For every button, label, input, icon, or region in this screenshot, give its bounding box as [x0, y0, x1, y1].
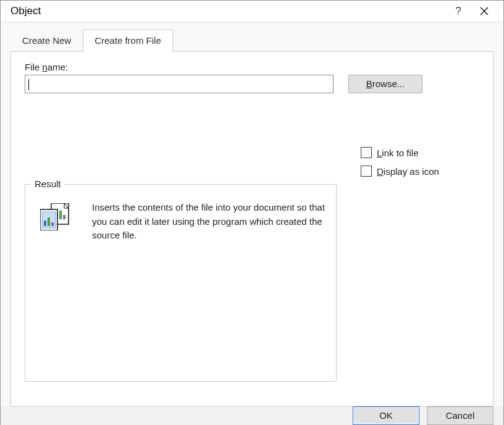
tab-strip: Create New Create from File — [10, 30, 494, 51]
object-dialog: Object ? Create New Create from File Fil… — [0, 0, 504, 425]
ok-button[interactable]: OK — [353, 406, 419, 425]
display-as-icon-label: Display as icon — [377, 166, 439, 177]
checkbox-box-icon — [361, 166, 372, 177]
svg-rect-5 — [59, 211, 62, 219]
svg-rect-6 — [63, 215, 65, 219]
cancel-button[interactable]: Cancel — [427, 406, 494, 425]
tab-create-new[interactable]: Create New — [10, 30, 83, 51]
dialog-body: Create New Create from File File name: B… — [1, 22, 503, 406]
file-name-input[interactable] — [25, 75, 334, 93]
result-description: Inserts the contents of the file into yo… — [92, 201, 325, 243]
titlebar: Object ? — [1, 1, 503, 22]
link-to-file-checkbox[interactable]: Link to file — [361, 147, 439, 158]
display-as-icon-checkbox[interactable]: Display as icon — [361, 166, 439, 177]
svg-rect-10 — [48, 217, 50, 226]
svg-rect-9 — [44, 221, 46, 226]
result-legend: Result — [32, 179, 64, 189]
result-content: Inserts the contents of the file into yo… — [25, 185, 336, 249]
options-group: Link to file Display as icon — [361, 147, 439, 184]
browse-button[interactable]: Browse... — [348, 75, 422, 93]
help-button[interactable]: ? — [448, 1, 469, 22]
file-name-row: Browse... — [25, 75, 479, 93]
file-name-label: File name: — [25, 62, 479, 72]
checkbox-box-icon — [361, 147, 372, 158]
tab-panel: File name: Browse... Link to file Displa… — [10, 51, 494, 406]
result-group: Result — [25, 184, 337, 382]
link-to-file-label: Link to file — [377, 148, 419, 158]
close-icon — [480, 7, 489, 15]
tab-create-from-file[interactable]: Create from File — [83, 30, 173, 52]
embed-file-icon — [40, 203, 72, 243]
svg-rect-11 — [51, 222, 54, 226]
dialog-title: Object — [10, 5, 448, 17]
dialog-footer: OK Cancel — [1, 406, 503, 425]
close-button[interactable] — [474, 1, 495, 22]
text-caret — [28, 79, 29, 90]
